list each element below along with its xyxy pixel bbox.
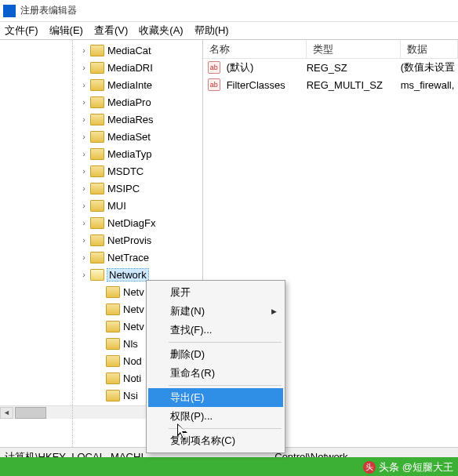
tree-item-label: Nls bbox=[123, 338, 138, 350]
tree-item-label: MediaCat bbox=[107, 45, 151, 56]
list-header: 名称 类型 数据 bbox=[203, 40, 458, 59]
tree-item-label: Netv bbox=[123, 286, 144, 298]
tree-toggle-icon[interactable]: › bbox=[78, 149, 89, 158]
tree-item[interactable]: ›MediaPro bbox=[78, 93, 202, 111]
tree-item[interactable]: ›MUI bbox=[78, 197, 202, 214]
folder-icon bbox=[90, 165, 104, 177]
folder-icon bbox=[106, 372, 120, 384]
menu-view[interactable]: 查看(V) bbox=[94, 24, 128, 38]
cell-name: (默认) bbox=[224, 60, 304, 74]
tree-item[interactable]: ›NetDiagFx bbox=[78, 214, 202, 231]
tree-item[interactable]: ›NetProvis bbox=[78, 231, 202, 249]
folder-icon bbox=[90, 114, 104, 125]
tree-item-label: MediaRes bbox=[107, 114, 154, 125]
tree-item[interactable]: ›MediaRes bbox=[78, 111, 202, 128]
tree-item-label: NetProvis bbox=[107, 234, 151, 246]
tree-toggle-icon[interactable]: › bbox=[78, 235, 89, 245]
col-name[interactable]: 名称 bbox=[203, 40, 307, 58]
folder-icon bbox=[90, 62, 104, 74]
ctx-expand[interactable]: 展开 bbox=[148, 283, 283, 302]
tree-item-label: NetTrace bbox=[107, 252, 149, 263]
tree-item-label: MSIPC bbox=[107, 183, 140, 194]
tree-item[interactable]: ›MediaSet bbox=[78, 128, 202, 145]
folder-icon bbox=[90, 131, 104, 143]
tree-toggle-icon[interactable]: › bbox=[78, 45, 89, 55]
folder-icon bbox=[90, 183, 104, 194]
watermark-prefix: 头条 bbox=[379, 460, 399, 474]
scroll-left-button[interactable]: ◄ bbox=[0, 407, 13, 419]
tree-item-label: MediaSet bbox=[107, 131, 151, 143]
folder-icon bbox=[90, 269, 104, 281]
ctx-rename[interactable]: 重命名(R) bbox=[148, 364, 283, 383]
tree-toggle-icon[interactable]: › bbox=[78, 63, 89, 72]
menu-edit[interactable]: 编辑(E) bbox=[49, 24, 83, 38]
col-type[interactable]: 类型 bbox=[307, 40, 401, 58]
folder-icon bbox=[90, 234, 104, 246]
watermark-icon: 头 bbox=[363, 461, 376, 474]
menu-bar: 文件(F) 编辑(E) 查看(V) 收藏夹(A) 帮助(H) bbox=[0, 22, 458, 39]
ctx-export[interactable]: 导出(E) bbox=[148, 388, 283, 407]
tree-toggle-icon[interactable]: › bbox=[78, 114, 89, 124]
menu-file[interactable]: 文件(F) bbox=[5, 24, 38, 38]
menu-favorites[interactable]: 收藏夹(A) bbox=[139, 24, 183, 38]
cell-name: FilterClasses bbox=[224, 79, 304, 91]
cell-data: (数值未设置 bbox=[398, 60, 458, 74]
tree-item-label: Noti bbox=[123, 372, 141, 384]
folder-icon bbox=[90, 217, 104, 229]
title-bar: 注册表编辑器 bbox=[0, 0, 458, 22]
ctx-delete[interactable]: 删除(D) bbox=[148, 345, 283, 364]
tree-toggle-icon[interactable]: › bbox=[78, 201, 89, 210]
tree-item-label: Nod bbox=[123, 355, 142, 367]
string-value-icon: ab bbox=[208, 78, 220, 91]
ctx-permissions[interactable]: 权限(P)... bbox=[148, 407, 283, 426]
tree-toggle-icon[interactable]: › bbox=[78, 218, 89, 227]
tree-item-label: MediaPro bbox=[107, 96, 151, 108]
folder-icon bbox=[106, 286, 120, 298]
tree-item-label: NetDiagFx bbox=[107, 217, 155, 229]
tree-item-label: MediaInte bbox=[107, 79, 152, 91]
cell-type: REG_MULTI_SZ bbox=[304, 79, 398, 91]
tree-toggle-icon[interactable]: › bbox=[78, 253, 89, 262]
list-row[interactable]: ab(默认)REG_SZ(数值未设置 bbox=[203, 59, 458, 76]
folder-icon bbox=[90, 96, 104, 108]
list-row[interactable]: abFilterClassesREG_MULTI_SZms_firewall, bbox=[203, 76, 458, 93]
tree-toggle-icon[interactable]: › bbox=[78, 183, 89, 193]
tree-item[interactable]: ›MediaCat bbox=[78, 42, 202, 59]
folder-icon bbox=[106, 338, 120, 350]
ctx-sep-1 bbox=[169, 342, 282, 343]
tree-toggle-icon[interactable]: › bbox=[78, 270, 89, 279]
ctx-new[interactable]: 新建(N) bbox=[148, 302, 283, 321]
col-data[interactable]: 数据 bbox=[401, 40, 458, 58]
tree-item-label: Netv bbox=[123, 303, 144, 315]
string-value-icon: ab bbox=[208, 61, 220, 74]
ctx-copykey[interactable]: 复制项名称(C) bbox=[148, 431, 283, 450]
cell-data: ms_firewall, bbox=[398, 79, 458, 91]
folder-icon bbox=[106, 303, 120, 315]
tree-toggle-icon[interactable]: › bbox=[78, 97, 89, 107]
tree-item-label: MediaDRI bbox=[107, 62, 153, 74]
menu-help[interactable]: 帮助(H) bbox=[194, 24, 229, 38]
context-menu: 展开 新建(N) 查找(F)... 删除(D) 重命名(R) 导出(E) 权限(… bbox=[146, 280, 285, 453]
ctx-find[interactable]: 查找(F)... bbox=[148, 321, 283, 340]
tree-item[interactable]: ›MSDTC bbox=[78, 162, 202, 180]
tree-toggle-icon[interactable]: › bbox=[78, 132, 89, 141]
folder-icon bbox=[106, 321, 120, 332]
tree-item[interactable]: ›MSIPC bbox=[78, 180, 202, 197]
tree-item[interactable]: ›NetTrace bbox=[78, 249, 202, 266]
tree-item[interactable]: ›MediaDRI bbox=[78, 59, 202, 76]
folder-icon bbox=[90, 200, 104, 212]
cell-type: REG_SZ bbox=[304, 62, 398, 74]
folder-icon bbox=[90, 79, 104, 91]
tree-item-label: MSDTC bbox=[107, 165, 144, 177]
tree-item-label: Network bbox=[107, 269, 148, 281]
watermark: 头 头条 @短腿大王 bbox=[363, 460, 453, 474]
folder-icon bbox=[106, 390, 120, 402]
tree-item[interactable]: ›MediaInte bbox=[78, 76, 202, 93]
folder-icon bbox=[90, 252, 104, 263]
scroll-thumb[interactable] bbox=[15, 407, 46, 419]
tree-toggle-icon[interactable]: › bbox=[78, 166, 89, 176]
tree-item-label: Nsi bbox=[123, 390, 138, 402]
tree-toggle-icon[interactable]: › bbox=[78, 80, 89, 89]
tree-item[interactable]: ›MediaTyp bbox=[78, 145, 202, 162]
folder-icon bbox=[90, 148, 104, 160]
